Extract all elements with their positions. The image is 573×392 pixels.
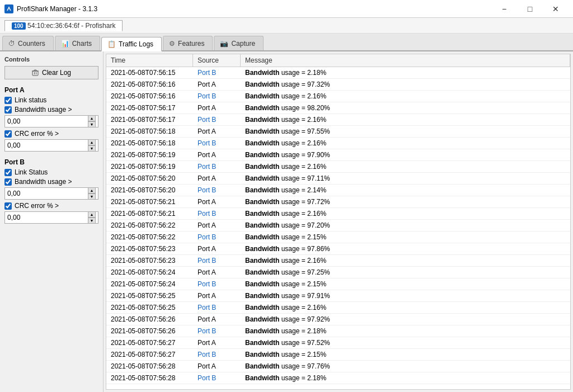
port-b-bandwidth-spin-up[interactable]: ▲ — [88, 187, 96, 193]
log-cell-source: Port A — [193, 102, 241, 114]
traffic-logs-tab-icon: 📋 — [107, 40, 116, 48]
clear-log-label: Clear Log — [42, 69, 71, 77]
log-cell-source: Port A — [193, 173, 241, 184]
minimize-button[interactable]: − — [491, 0, 517, 18]
log-cell-time: 2021-05-08T07:56:20 — [106, 185, 193, 196]
device-tab[interactable]: 100 54:10:ec:36:64:6f - Profishark — [4, 20, 123, 31]
clear-log-button[interactable]: Clear Log — [4, 66, 98, 79]
port-a-bandwidth-label: Bandwidth usage > — [15, 106, 72, 114]
log-cell-time: 2021-05-08T07:56:17 — [106, 102, 193, 114]
log-row: 2021-05-08T07:56:27Port ABandwidth usage… — [106, 337, 570, 349]
close-button[interactable]: ✕ — [543, 0, 569, 18]
log-cell-source: Port B — [193, 185, 241, 196]
counters-tab-label: Counters — [18, 40, 45, 48]
log-cell-time: 2021-05-08T07:56:23 — [106, 255, 193, 266]
tab-features[interactable]: ⚙Features — [163, 36, 213, 50]
features-tab-icon: ⚙ — [169, 40, 175, 48]
port-b-bandwidth-row: Bandwidth usage > — [4, 178, 98, 186]
port-a-crc-spin-down[interactable]: ▼ — [88, 145, 96, 152]
log-row: 2021-05-08T07:56:23Port ABandwidth usage… — [106, 243, 570, 255]
title-bar: ProfiShark Manager - 3.1.3 − □ ✕ — [0, 0, 573, 18]
log-cell-source: Port B — [193, 255, 241, 266]
port-a-bandwidth-checkbox[interactable] — [4, 106, 12, 114]
log-cell-message: Bandwidth usage = 97.32% — [241, 79, 570, 90]
log-cell-message: Bandwidth usage = 2.18% — [241, 325, 570, 337]
port-b-crc-spin-up[interactable]: ▲ — [88, 211, 96, 218]
header-message: Message — [241, 54, 570, 67]
log-table-body[interactable]: 2021-05-08T07:56:15Port BBandwidth usage… — [106, 67, 570, 389]
charts-tab-label: Charts — [72, 40, 92, 48]
port-a-title: Port A — [4, 86, 98, 94]
port-b-bandwidth-input[interactable] — [7, 190, 87, 197]
log-cell-source: Port B — [193, 67, 241, 78]
tab-traffic-logs[interactable]: 📋Traffic Logs — [101, 37, 162, 51]
device-speed-tag: 100 — [12, 22, 26, 30]
port-a-bandwidth-row: Bandwidth usage > — [4, 106, 98, 114]
app-title: ProfiShark Manager - 3.1.3 — [17, 5, 97, 13]
log-cell-message: Bandwidth usage = 97.91% — [241, 290, 570, 301]
header-time: Time — [106, 54, 193, 67]
features-tab-label: Features — [178, 40, 204, 48]
port-a-crc-checkbox[interactable] — [4, 130, 12, 138]
log-cell-source: Port A — [193, 290, 241, 301]
device-name: 54:10:ec:36:64:6f - Profishark — [27, 22, 115, 30]
port-a-crc-spin-up[interactable]: ▲ — [88, 139, 96, 145]
charts-tab-icon: 📊 — [61, 40, 69, 48]
log-row: 2021-05-08T07:56:17Port BBandwidth usage… — [106, 114, 570, 126]
port-b-link-status-checkbox[interactable] — [4, 169, 12, 176]
tab-charts[interactable]: 📊Charts — [55, 36, 100, 50]
log-cell-time: 2021-05-08T07:56:21 — [106, 196, 193, 207]
port-a-crc-spinner: ▲ ▼ — [88, 139, 96, 152]
port-b-bandwidth-spin-down[interactable]: ▼ — [88, 193, 96, 200]
log-cell-time: 2021-05-08T07:56:16 — [106, 91, 193, 102]
port-a-crc-input-container: ▲ ▼ — [4, 139, 98, 152]
log-cell-source: Port A — [193, 149, 241, 160]
capture-tab-label: Capture — [231, 40, 255, 48]
log-cell-message: Bandwidth usage = 98.20% — [241, 102, 570, 114]
log-cell-message: Bandwidth usage = 97.76% — [241, 361, 570, 372]
tab-capture[interactable]: 📷Capture — [214, 36, 264, 50]
maximize-button[interactable]: □ — [517, 0, 543, 18]
log-cell-time: 2021-05-08T07:56:26 — [106, 314, 193, 325]
log-cell-time: 2021-05-08T07:56:25 — [106, 290, 193, 301]
log-cell-message: Bandwidth usage = 2.14% — [241, 185, 570, 196]
log-cell-time: 2021-05-08T07:56:28 — [106, 372, 193, 384]
log-row: 2021-05-08T07:56:23Port BBandwidth usage… — [106, 255, 570, 267]
log-row: 2021-05-08T07:56:18Port ABandwidth usage… — [106, 126, 570, 138]
port-b-crc-input[interactable] — [7, 214, 87, 221]
port-a-crc-row: CRC error % > — [4, 130, 98, 138]
port-a-crc-input[interactable] — [7, 141, 87, 149]
log-cell-message: Bandwidth usage = 97.90% — [241, 149, 570, 160]
port-a-bandwidth-spin-down[interactable]: ▼ — [88, 121, 96, 127]
port-a-bandwidth-spinner: ▲ ▼ — [88, 115, 96, 127]
port-a-bandwidth-input[interactable] — [7, 117, 87, 125]
log-row: 2021-05-08T07:56:24Port BBandwidth usage… — [106, 278, 570, 290]
clear-icon — [32, 69, 39, 76]
port-b-bandwidth-checkbox[interactable] — [4, 178, 12, 186]
log-cell-time: 2021-05-08T07:56:25 — [106, 302, 193, 313]
log-cell-time: 2021-05-08T07:56:27 — [106, 337, 193, 348]
tab-counters[interactable]: ⏱Counters — [2, 36, 54, 50]
log-cell-time: 2021-05-08T07:56:26 — [106, 325, 193, 337]
port-b-crc-spin-down[interactable]: ▼ — [88, 218, 96, 224]
port-b-link-status-row: Link Status — [4, 168, 98, 176]
main-content: Controls Clear Log Port A Link status Ba… — [0, 51, 573, 392]
log-cell-time: 2021-05-08T07:56:27 — [106, 349, 193, 360]
log-cell-source: Port B — [193, 114, 241, 125]
port-a-bandwidth-spin-up[interactable]: ▲ — [88, 115, 96, 121]
port-b-section: Port B Link Status Bandwidth usage > ▲ ▼… — [4, 158, 98, 224]
port-a-link-status-checkbox[interactable] — [4, 97, 12, 104]
svg-rect-1 — [32, 71, 38, 75]
log-cell-time: 2021-05-08T07:56:28 — [106, 361, 193, 372]
tabs-bar: ⏱Counters📊Charts📋Traffic Logs⚙Features📷C… — [0, 34, 573, 51]
port-a-section: Port A Link status Bandwidth usage > ▲ ▼… — [4, 86, 98, 152]
log-cell-message: Bandwidth usage = 2.16% — [241, 91, 570, 102]
port-b-crc-label: CRC error % > — [15, 202, 59, 210]
log-cell-message: Bandwidth usage = 2.15% — [241, 278, 570, 290]
log-cell-message: Bandwidth usage = 2.16% — [241, 114, 570, 125]
log-table-header: Time Source Message — [106, 54, 570, 67]
log-cell-source: Port A — [193, 243, 241, 254]
log-cell-source: Port A — [193, 361, 241, 372]
log-cell-message: Bandwidth usage = 97.25% — [241, 267, 570, 278]
port-b-crc-checkbox[interactable] — [4, 202, 12, 210]
